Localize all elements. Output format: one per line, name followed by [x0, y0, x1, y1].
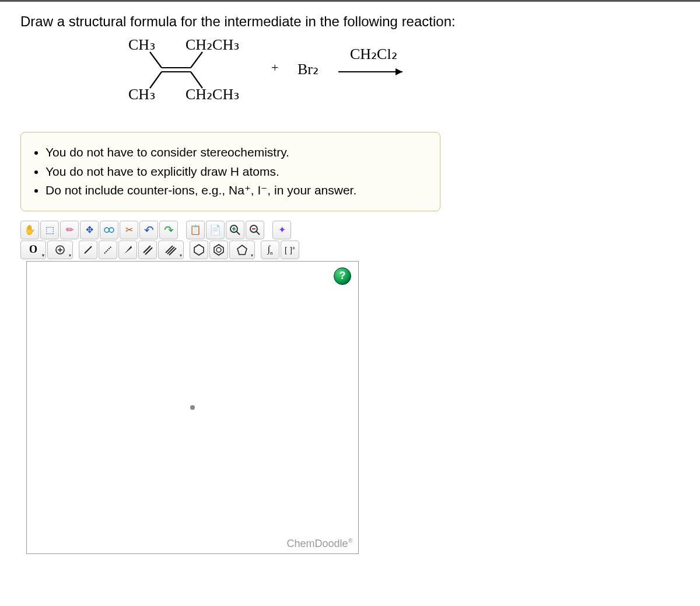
hand-icon: ✋	[24, 224, 36, 235]
reaction-arrow	[335, 60, 411, 83]
bracket-charge-icon: [ ]±	[285, 245, 295, 255]
svg-line-5	[191, 72, 202, 88]
svg-point-9	[109, 228, 114, 232]
single-bond-icon	[82, 244, 94, 256]
svg-point-8	[104, 228, 109, 232]
svg-line-24	[145, 248, 152, 255]
brand-text: ChemDoodle	[287, 538, 348, 549]
toolbar-row-1: ✋ ⬚ ✏ ✥ ✂ ↶ ↷ 📋	[20, 220, 376, 240]
svg-line-11	[236, 231, 240, 235]
center-icon: ✥	[86, 224, 93, 235]
registered-mark: ®	[348, 538, 352, 544]
benzene-button[interactable]	[209, 241, 228, 259]
eraser-tool-button[interactable]: ✏	[60, 221, 79, 239]
instruction-item: You do not have to consider stereochemis…	[46, 143, 427, 162]
redo-button[interactable]: ↷	[159, 221, 178, 239]
zoom-out-button[interactable]	[246, 221, 264, 239]
arrow-tool-button[interactable]: ∫n	[261, 241, 279, 259]
instruction-item: You do not have to explicitly draw H ato…	[46, 162, 427, 182]
undo-icon: ↶	[144, 223, 154, 237]
drawing-canvas[interactable]: ? ChemDoodle®	[26, 261, 359, 554]
solvent-label: CH₂Cl₂	[350, 45, 397, 63]
zoom-in-icon	[229, 224, 241, 236]
alkene-bonds	[102, 36, 254, 117]
instruction-item: Do not include counter-ions, e.g., Na⁺, …	[46, 181, 427, 200]
start-atom-dot[interactable]	[190, 405, 195, 410]
cyclopentane-button[interactable]: ▾	[229, 241, 255, 259]
double-bond-button[interactable]	[138, 241, 157, 259]
chemdoodle-brand: ChemDoodle®	[287, 538, 352, 550]
undo-button[interactable]: ↶	[139, 221, 158, 239]
cut-button[interactable]: ✂	[120, 221, 138, 239]
triple-bond-button[interactable]: ▾	[158, 241, 184, 259]
atom-o-label: O	[29, 243, 37, 256]
svg-marker-28	[194, 245, 204, 255]
instruction-box: You do not have to consider stereochemis…	[20, 132, 440, 211]
zoom-in-button[interactable]	[226, 221, 244, 239]
zoom-out-icon	[249, 224, 261, 236]
svg-point-30	[216, 248, 221, 252]
chemdoodle-editor: ✋ ⬚ ✏ ✥ ✂ ↶ ↷ 📋	[20, 220, 376, 554]
svg-line-23	[144, 246, 150, 253]
svg-line-20	[85, 246, 92, 253]
toolbar-row-2: O▾ ▾ ▾	[20, 240, 376, 260]
cyclohexane-button[interactable]	[190, 241, 208, 259]
double-bond-icon	[142, 244, 153, 256]
charge-plus-icon	[55, 245, 65, 255]
clean-icon	[103, 224, 116, 236]
help-button[interactable]: ?	[334, 267, 351, 285]
settings-button[interactable]: ✦	[272, 221, 291, 239]
question-prompt: Draw a structural formula for the interm…	[20, 13, 680, 30]
copy-button[interactable]: 📋	[186, 221, 205, 239]
lasso-icon: ⬚	[46, 224, 54, 235]
benzene-icon	[212, 243, 225, 256]
charge-plus-button[interactable]: ▾	[47, 241, 73, 259]
hexagon-icon	[192, 243, 205, 256]
svg-line-15	[256, 231, 260, 235]
clean-button[interactable]	[100, 221, 118, 239]
triple-bond-icon	[164, 244, 177, 256]
svg-marker-29	[214, 245, 223, 255]
paste-button[interactable]: 📄	[206, 221, 225, 239]
atom-o-button[interactable]: O▾	[20, 241, 46, 259]
svg-line-21	[104, 246, 111, 253]
recessed-bond-icon	[102, 244, 114, 256]
svg-marker-22	[124, 246, 132, 254]
arrow-icon: ∫n	[268, 244, 273, 256]
eraser-icon: ✏	[66, 224, 74, 235]
svg-line-4	[191, 52, 202, 68]
wedge-bond-icon	[122, 244, 134, 256]
settings-icon: ✦	[278, 224, 286, 235]
svg-line-2	[150, 52, 162, 68]
svg-marker-31	[237, 245, 247, 255]
center-button[interactable]: ✥	[80, 221, 99, 239]
recessed-bond-button[interactable]	[99, 241, 117, 259]
help-icon: ?	[340, 270, 346, 282]
pentagon-icon	[236, 243, 249, 256]
bracket-charge-button[interactable]: [ ]±	[281, 241, 299, 259]
lasso-tool-button[interactable]: ⬚	[40, 221, 59, 239]
svg-marker-7	[396, 68, 402, 75]
paste-icon: 📄	[209, 224, 221, 235]
svg-line-3	[150, 72, 162, 88]
reaction-scheme: CH₃ CH₂CH₃ CH₃ CH₂CH₃ + Br₂ CH₂Cl₂	[102, 36, 680, 117]
single-bond-button[interactable]	[79, 241, 97, 259]
copy-icon: 📋	[190, 224, 201, 235]
scissors-icon: ✂	[125, 224, 133, 235]
reagent-label: Br₂	[298, 60, 318, 78]
redo-icon: ↷	[164, 223, 174, 237]
wedge-bond-button[interactable]	[118, 241, 137, 259]
plus-sign: +	[271, 60, 278, 75]
hand-tool-button[interactable]: ✋	[20, 221, 39, 239]
